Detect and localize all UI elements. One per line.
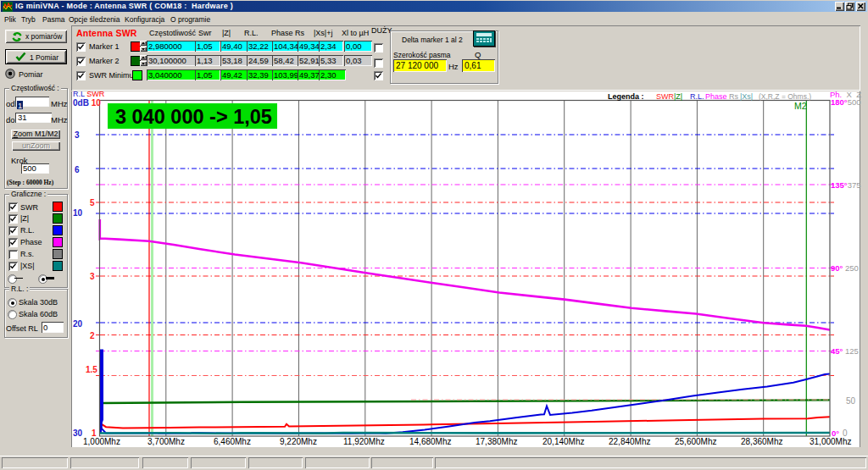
svg-text:M2: M2 <box>794 101 807 111</box>
